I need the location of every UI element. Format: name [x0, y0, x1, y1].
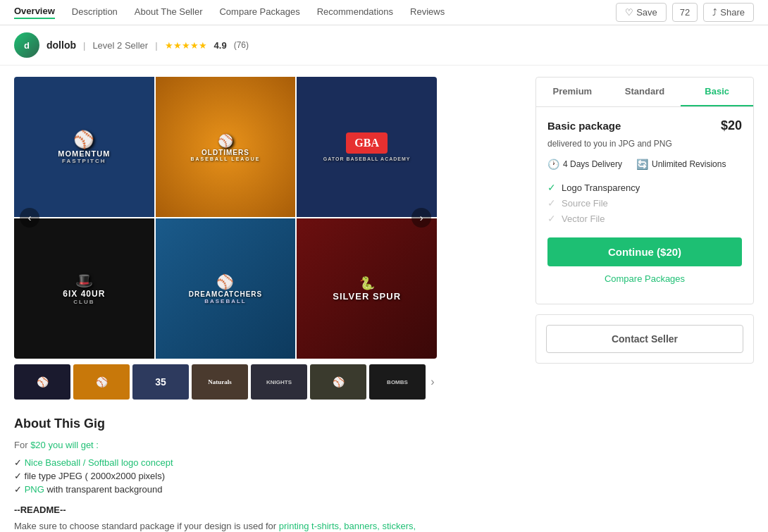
package-body: Basic package $20 delivered to you in JP… [536, 107, 753, 304]
thumbnail-2[interactable]: ⚾ [73, 364, 130, 400]
readme-text-1: Make sure to choose standard package if … [14, 519, 437, 532]
clock-icon: 🕐 [547, 159, 559, 170]
nav-about-seller[interactable]: About The Seller [135, 6, 203, 18]
nav-actions: ♡ Save 72 ⤴ Share [616, 3, 754, 22]
feature-label-2: Source File [562, 198, 608, 209]
nav-reviews[interactable]: Reviews [410, 6, 445, 18]
revisions-label: Unlimited Revisions [652, 159, 726, 169]
package-name: Basic package [547, 120, 621, 132]
thumbnail-7[interactable]: BOMBS [369, 364, 426, 400]
about-title: About This Gig [14, 416, 437, 431]
gallery-cell-3: GBA GATOR BASEBALL ACADEMY [297, 77, 437, 217]
tab-premium[interactable]: Premium [536, 78, 609, 106]
thumbnail-5[interactable]: KNIGHTS [251, 364, 307, 400]
price-highlight: $20 you will get : [30, 440, 99, 450]
seller-level: | [83, 40, 85, 51]
save-button[interactable]: ♡ Save [616, 3, 667, 22]
gallery-cell-4: 🎩 6IX 40UR CLUB [14, 218, 154, 359]
thumbnails-row: ⚾ ⚾ 35 Naturals KNIGHTS [14, 364, 437, 400]
avatar: d [14, 32, 39, 58]
gallery-cell-5: ⚾ DREAMCATCHERS BASEBALL [156, 218, 296, 359]
delivery-days-label: 4 Days Delivery [563, 159, 622, 169]
printing-link[interactable]: printing t-shirts, banners, stickers, em… [14, 521, 416, 532]
check-icon-2: ✓ [547, 197, 556, 209]
nav-description[interactable]: Description [72, 6, 118, 18]
for-price-text: For $20 you will get : [14, 440, 437, 450]
package-panel: Premium Standard Basic Basic package $20… [535, 77, 754, 304]
thumbnail-4[interactable]: Naturals [192, 364, 248, 400]
right-column: Premium Standard Basic Basic package $20… [535, 77, 754, 532]
avatar-initials: d [24, 40, 30, 51]
gallery-cell-6: 🐍 SILVER SPUR [297, 218, 437, 359]
package-features: ✓ Logo Transparency ✓ Source File ✓ Vect… [547, 180, 742, 226]
package-tabs: Premium Standard Basic [536, 78, 753, 107]
seller-bar: d dollob | Level 2 Seller | ★★★★★ 4.9 (7… [0, 25, 768, 66]
checklist-item-3: ✓ PNG with transparent background [14, 484, 437, 495]
thumbnail-6[interactable]: ⚾ [310, 364, 366, 400]
seller-username[interactable]: dollob [47, 39, 76, 51]
feature-label-1: Logo Transparency [562, 183, 640, 193]
package-price: $20 [721, 118, 742, 133]
about-section: About This Gig For $20 you will get : ✓ … [14, 416, 437, 532]
save-label: Save [636, 7, 657, 18]
logo-concept-link[interactable]: Nice Baseball / Softball logo concept [25, 457, 173, 468]
feature-label-3: Vector File [562, 214, 605, 224]
tab-standard[interactable]: Standard [609, 78, 681, 106]
thumbnail-1[interactable]: ⚾ [14, 364, 70, 400]
share-icon: ⤴ [712, 7, 717, 18]
gallery-next-button[interactable]: › [411, 208, 431, 228]
review-count: (76) [234, 40, 249, 50]
nav-compare-packages[interactable]: Compare Packages [219, 6, 299, 18]
thumbnails-next-arrow[interactable]: › [428, 364, 437, 400]
heart-icon: ♡ [625, 7, 633, 18]
separator: | [155, 40, 157, 51]
checklist-item-1: ✓ Nice Baseball / Softball logo concept [14, 457, 437, 468]
rating-value: 4.9 [214, 40, 227, 51]
readme-title: --README-- [14, 505, 437, 515]
compare-packages-link[interactable]: Compare Packages [547, 273, 742, 284]
checklist-item-2: ✓ file type JPEG ( 2000x2000 pixels) [14, 471, 437, 481]
thumbnail-3[interactable]: 35 [132, 364, 189, 400]
gallery-prev-button[interactable]: ‹ [20, 208, 39, 228]
contact-seller-button[interactable]: Contact Seller [546, 325, 743, 353]
share-label: Share [720, 7, 745, 18]
seller-level-text: Level 2 Seller [92, 40, 148, 51]
package-header: Basic package $20 [547, 118, 742, 133]
save-count: 72 [672, 3, 698, 22]
readme-section: --README-- Make sure to choose standard … [14, 505, 437, 532]
nav-overview[interactable]: Overview [14, 6, 55, 19]
check-icon-1: ✓ [547, 182, 556, 193]
nav-recommendations[interactable]: Recommendations [317, 6, 393, 18]
share-button[interactable]: ⤴ Share [703, 3, 754, 22]
feature-logo-transparency: ✓ Logo Transparency [547, 180, 742, 195]
main-layout: ⚾ MOMENTUM FASTPITCH ⚾ OLDTIMERS BASEBAL… [0, 66, 768, 532]
package-meta: 🕐 4 Days Delivery 🔄 Unlimited Revisions [547, 159, 742, 170]
refresh-icon: 🔄 [636, 159, 648, 170]
check-icon-3: ✓ [547, 213, 556, 224]
png-link[interactable]: PNG [25, 484, 44, 495]
delivery-days: 🕐 4 Days Delivery [547, 159, 622, 170]
revisions: 🔄 Unlimited Revisions [636, 159, 726, 170]
stars: ★★★★★ [165, 40, 207, 51]
feature-vector-file: ✓ Vector File [547, 211, 742, 226]
gallery-cell-1: ⚾ MOMENTUM FASTPITCH [14, 77, 154, 217]
top-nav: Overview Description About The Seller Co… [0, 0, 768, 25]
package-delivery-text: delivered to you in JPG and PNG [547, 139, 742, 149]
tab-basic[interactable]: Basic [681, 78, 753, 106]
gallery-grid: ⚾ MOMENTUM FASTPITCH ⚾ OLDTIMERS BASEBAL… [14, 77, 437, 359]
contact-seller-panel: Contact Seller [535, 314, 754, 364]
left-column: ⚾ MOMENTUM FASTPITCH ⚾ OLDTIMERS BASEBAL… [14, 77, 521, 532]
feature-source-file: ✓ Source File [547, 195, 742, 211]
gallery-main: ⚾ MOMENTUM FASTPITCH ⚾ OLDTIMERS BASEBAL… [14, 77, 437, 359]
continue-button[interactable]: Continue ($20) [547, 237, 742, 266]
gallery-cell-2: ⚾ OLDTIMERS BASEBALL LEAGUE [156, 77, 296, 217]
